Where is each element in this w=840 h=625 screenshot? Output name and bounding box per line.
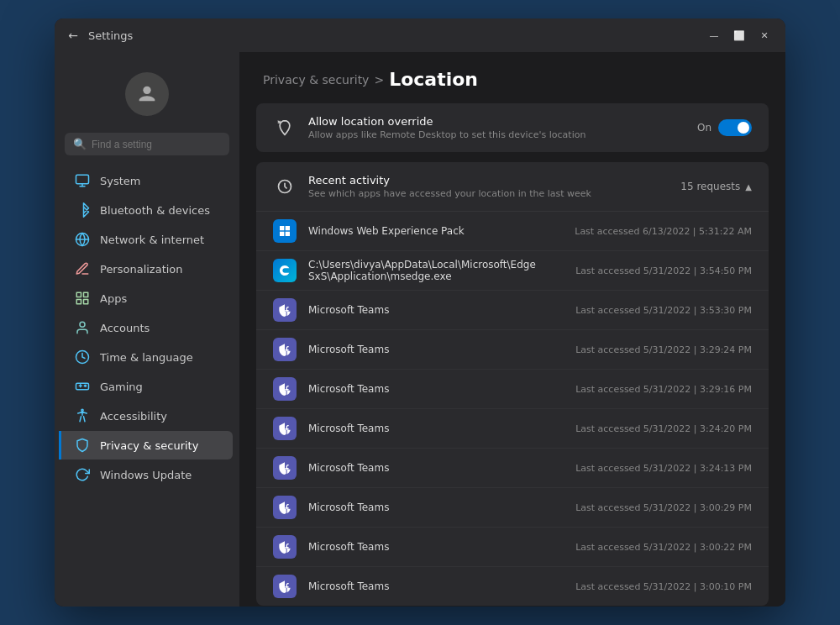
app-name: Windows Web Experience Pack — [308, 225, 563, 237]
sidebar-item-accounts[interactable]: Accounts — [61, 313, 233, 342]
location-override-row: Allow location override Allow apps like … — [256, 103, 769, 152]
sidebar-item-gaming[interactable]: Gaming — [61, 372, 233, 401]
sidebar-item-label-network: Network & internet — [100, 234, 204, 246]
last-accessed: Last accessed 6/13/2022 | 5:31:22 AM — [575, 226, 752, 237]
svg-rect-9 — [76, 300, 81, 304]
app-icon — [273, 575, 297, 598]
activity-rows: Windows Web Experience Pack Last accesse… — [256, 212, 769, 606]
back-button[interactable]: ← — [65, 27, 81, 44]
last-accessed: Last accessed 5/31/2022 | 3:00:29 PM — [575, 502, 752, 513]
sidebar-item-apps[interactable]: Apps — [61, 284, 233, 312]
last-accessed: Last accessed 5/31/2022 | 3:29:16 PM — [575, 384, 752, 395]
app-icon — [273, 219, 297, 243]
app-name: Microsoft Teams — [308, 462, 564, 474]
activity-row: Microsoft Teams Last accessed 5/31/2022 … — [256, 528, 769, 567]
nav-icon-update — [75, 467, 90, 482]
app-icon — [273, 377, 297, 401]
last-accessed: Last accessed 5/31/2022 | 3:29:24 PM — [575, 344, 752, 355]
search-box[interactable]: 🔍 — [65, 133, 229, 155]
recent-activity-icon — [273, 175, 297, 198]
last-accessed: Last accessed 5/31/2022 | 3:00:10 PM — [575, 581, 752, 592]
svg-point-0 — [143, 87, 150, 94]
breadcrumb-separator: > — [374, 73, 384, 87]
sidebar-item-label-update: Windows Update — [100, 469, 192, 481]
maximize-button[interactable]: ⬜ — [728, 27, 750, 44]
sidebar-item-privacy[interactable]: Privacy & security — [59, 431, 233, 460]
location-override-desc: Allow apps like Remote Desktop to set th… — [308, 129, 685, 140]
title-bar: ← Settings — ⬜ ✕ — [55, 18, 785, 52]
sidebar-item-personalization[interactable]: Personalization — [61, 255, 233, 283]
search-icon: 🔍 — [73, 138, 87, 150]
app-name: Microsoft Teams — [308, 304, 564, 316]
location-override-title: Allow location override — [308, 115, 685, 128]
activity-row: Microsoft Teams Last accessed 5/31/2022 … — [256, 567, 769, 606]
nav-icon-gaming — [75, 379, 90, 394]
app-name: Microsoft Teams — [308, 423, 564, 434]
page-title: Location — [389, 69, 478, 90]
app-icon — [273, 298, 297, 322]
toggle-area: On — [697, 119, 752, 136]
nav-icon-system — [75, 173, 90, 188]
last-accessed: Last accessed 5/31/2022 | 3:00:22 PM — [575, 542, 752, 553]
recent-activity-card: Recent activity See which apps have acce… — [256, 162, 769, 606]
minimize-button[interactable]: — — [703, 27, 725, 44]
app-name: C:\Users\divya\AppData\Local\Microsoft\E… — [308, 259, 564, 282]
sidebar-item-system[interactable]: System — [61, 166, 233, 195]
page-header: Privacy & security > Location — [239, 52, 785, 103]
app-icon — [273, 496, 297, 519]
sidebar-item-network[interactable]: Network & internet — [61, 225, 233, 254]
title-bar-left: ← Settings — [65, 27, 703, 44]
app-icon — [273, 338, 297, 361]
activity-desc: See which apps have accessed your locati… — [308, 188, 669, 199]
breadcrumb-parent: Privacy & security — [263, 73, 369, 87]
nav-icon-accessibility — [75, 408, 90, 423]
window-title: Settings — [88, 29, 133, 42]
activity-header: Recent activity See which apps have acce… — [256, 162, 769, 212]
nav-icon-privacy — [75, 438, 90, 453]
activity-row: C:\Users\divya\AppData\Local\Microsoft\E… — [256, 251, 769, 291]
sidebar-item-bluetooth[interactable]: Bluetooth & devices — [61, 196, 233, 224]
last-accessed: Last accessed 5/31/2022 | 3:24:13 PM — [575, 463, 752, 474]
app-icon — [273, 456, 297, 480]
sidebar-item-time[interactable]: Time & language — [61, 343, 233, 371]
svg-point-10 — [80, 322, 85, 327]
avatar[interactable] — [125, 72, 169, 116]
activity-row: Windows Web Experience Pack Last accesse… — [256, 212, 769, 251]
sidebar-item-label-bluetooth: Bluetooth & devices — [100, 204, 210, 217]
svg-rect-1 — [76, 175, 89, 184]
sidebar-item-label-accounts: Accounts — [100, 322, 150, 334]
close-button[interactable]: ✕ — [753, 27, 775, 44]
location-override-toggle[interactable] — [718, 119, 752, 136]
activity-row: Microsoft Teams Last accessed 5/31/2022 … — [256, 330, 769, 370]
nav-icon-apps — [75, 291, 90, 306]
location-override-text: Allow location override Allow apps like … — [308, 115, 685, 140]
nav-icon-bluetooth — [75, 202, 90, 218]
activity-row: Microsoft Teams Last accessed 5/31/2022 … — [256, 449, 769, 488]
sidebar: 🔍 System Bluetooth & devices Network & i… — [55, 52, 239, 607]
sidebar-item-label-system: System — [100, 175, 140, 187]
chevron-up-icon: ▲ — [745, 182, 752, 192]
sidebar-item-label-personalization: Personalization — [100, 263, 183, 276]
app-icon — [273, 535, 297, 559]
sidebar-item-label-apps: Apps — [100, 292, 127, 305]
avatar-section — [55, 62, 239, 133]
last-accessed: Last accessed 5/31/2022 | 3:24:20 PM — [575, 423, 752, 434]
app-name: Microsoft Teams — [308, 580, 564, 592]
svg-point-13 — [81, 409, 83, 411]
sidebar-item-label-time: Time & language — [100, 351, 193, 364]
search-input[interactable] — [92, 139, 221, 150]
app-name: Microsoft Teams — [308, 502, 564, 513]
requests-count: 15 requests ▲ — [680, 181, 752, 192]
svg-rect-7 — [84, 292, 88, 297]
nav-icon-network — [75, 232, 90, 247]
sidebar-item-accessibility[interactable]: Accessibility — [61, 402, 233, 430]
activity-row: Microsoft Teams Last accessed 5/31/2022 … — [256, 409, 769, 449]
sidebar-item-update[interactable]: Windows Update — [61, 460, 233, 489]
content-area: Privacy & security > Location Allow loca… — [239, 52, 785, 607]
main-layout: 🔍 System Bluetooth & devices Network & i… — [55, 52, 785, 607]
activity-row: Microsoft Teams Last accessed 5/31/2022 … — [256, 291, 769, 330]
app-name: Microsoft Teams — [308, 383, 564, 395]
activity-text: Recent activity See which apps have acce… — [308, 174, 669, 199]
last-accessed: Last accessed 5/31/2022 | 3:53:30 PM — [575, 305, 752, 316]
nav-icon-time — [75, 349, 90, 365]
